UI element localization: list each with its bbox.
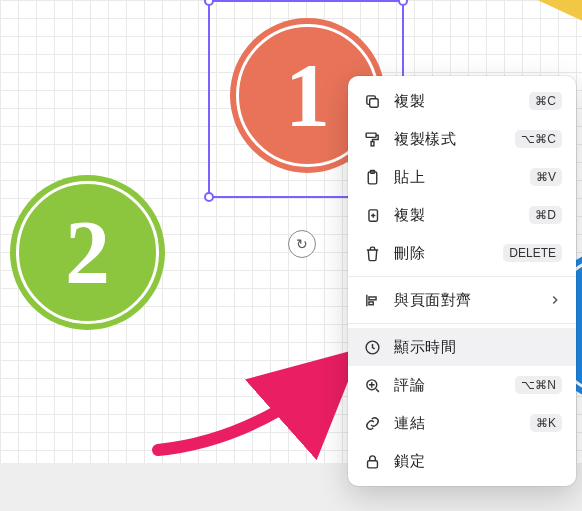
- svg-rect-7: [368, 301, 372, 304]
- align-icon: [362, 290, 382, 310]
- menu-label: 刪除: [394, 244, 491, 263]
- comment-icon: [362, 375, 382, 395]
- resize-handle-bottom-left[interactable]: [204, 192, 214, 202]
- link-icon: [362, 413, 382, 433]
- menu-item-paste[interactable]: 貼上 ⌘V: [348, 158, 576, 196]
- clock-icon: [362, 337, 382, 357]
- menu-item-show-time[interactable]: 顯示時間: [348, 328, 576, 366]
- menu-item-delete[interactable]: 刪除 DELETE: [348, 234, 576, 272]
- menu-label: 連結: [394, 414, 518, 433]
- resize-handle-top-left[interactable]: [204, 0, 214, 6]
- menu-item-copy-style[interactable]: 複製樣式 ⌥⌘C: [348, 120, 576, 158]
- annotation-arrow: [138, 300, 368, 450]
- menu-shortcut: ⌘D: [529, 206, 562, 224]
- resize-handle-top-right[interactable]: [398, 0, 408, 6]
- menu-item-lock[interactable]: 鎖定: [348, 442, 576, 480]
- menu-label: 評論: [394, 376, 503, 395]
- menu-shortcut: ⌘C: [529, 92, 562, 110]
- design-canvas[interactable]: 3 1 2 ↻ 複製: [0, 0, 582, 511]
- menu-shortcut: ⌘V: [530, 168, 562, 186]
- menu-item-align-page[interactable]: 與頁面對齊: [348, 281, 576, 319]
- menu-label: 複製樣式: [394, 130, 503, 149]
- trash-icon: [362, 243, 382, 263]
- yellow-shape[interactable]: [461, 0, 582, 32]
- svg-rect-2: [371, 141, 374, 145]
- menu-shortcut: DELETE: [503, 244, 562, 262]
- menu-label: 顯示時間: [394, 338, 562, 357]
- menu-separator: [348, 276, 576, 277]
- menu-shortcut: ⌥⌘C: [515, 130, 562, 148]
- clipboard-icon: [362, 167, 382, 187]
- duplicate-icon: [362, 205, 382, 225]
- rotate-icon: ↻: [296, 236, 308, 252]
- coin-2[interactable]: 2: [10, 175, 165, 330]
- menu-item-comment[interactable]: 評論 ⌥⌘N: [348, 366, 576, 404]
- menu-item-duplicate[interactable]: 複製 ⌘D: [348, 196, 576, 234]
- menu-label: 與頁面對齊: [394, 291, 536, 310]
- menu-shortcut: ⌘K: [530, 414, 562, 432]
- context-menu[interactable]: 複製 ⌘C 複製樣式 ⌥⌘C 貼上 ⌘V 複製 ⌘D: [348, 76, 576, 486]
- svg-rect-0: [369, 98, 378, 107]
- menu-item-link[interactable]: 連結 ⌘K: [348, 404, 576, 442]
- svg-rect-6: [368, 296, 375, 299]
- menu-label: 鎖定: [394, 452, 562, 471]
- svg-rect-10: [367, 460, 377, 467]
- menu-label: 複製: [394, 92, 517, 111]
- menu-shortcut: ⌥⌘N: [515, 376, 562, 394]
- menu-label: 貼上: [394, 168, 518, 187]
- paint-roller-icon: [362, 129, 382, 149]
- menu-item-copy[interactable]: 複製 ⌘C: [348, 82, 576, 120]
- chevron-right-icon: [548, 293, 562, 307]
- rotate-handle[interactable]: ↻: [288, 230, 316, 258]
- svg-rect-1: [366, 133, 376, 137]
- copy-icon: [362, 91, 382, 111]
- menu-separator: [348, 323, 576, 324]
- lock-icon: [362, 451, 382, 471]
- menu-label: 複製: [394, 206, 517, 225]
